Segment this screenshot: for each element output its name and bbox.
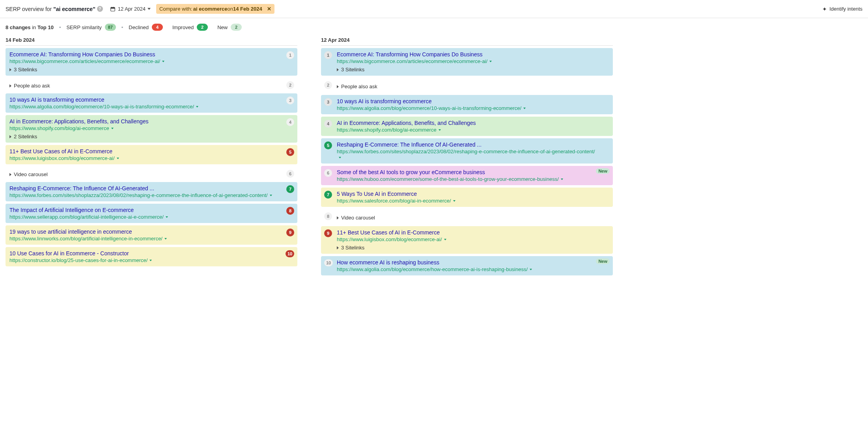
serp-row[interactable]: 4AI in Ecommerce: Applications, Benefits… [6,115,297,143]
serp-row[interactable]: 1010 Use Cases for AI in Ecommerce - Con… [6,247,297,266]
result-title[interactable]: Reshaping E-Commerce: The Influence Of A… [9,185,282,191]
result-url[interactable]: https://www.forbes.com/sites/shoplazza/2… [9,192,282,198]
rank-badge: 9 [286,229,294,236]
title-prefix: SERP overview for [6,6,53,12]
rank-badge: 5 [286,148,294,156]
serp-row[interactable]: 8Video carousel [321,209,613,224]
result-title[interactable]: 5 Ways To Use AI in Ecommerce [337,191,597,197]
serp-row[interactable]: 1Ecommerce AI: Transforming How Companie… [6,48,297,76]
serp-row[interactable]: 911+ Best Use Cases of AI in E-Commerceh… [321,226,613,254]
result-title[interactable]: 11+ Best Use Cases of AI in E-Commerce [9,148,282,154]
serp-row[interactable]: 310 ways AI is transforming ecommercehtt… [321,95,613,114]
result-url[interactable]: https://www.luigisbox.com/blog/ecommerce… [337,236,597,242]
result-title[interactable]: AI in Ecommerce: Applications, Benefits,… [337,120,597,126]
expander-toggle[interactable]: People also ask [9,83,282,89]
header-bar: SERP overview for "ai ecommerce" ? 12 Ap… [0,0,868,18]
result-url[interactable]: https://www.bigcommerce.com/articles/eco… [337,58,597,64]
result-title[interactable]: 10 ways AI is transforming ecommerce [9,97,282,103]
rank-badge: 5 [324,141,332,149]
serp-row[interactable]: 511+ Best Use Cases of AI in E-Commerceh… [6,145,297,164]
result-url[interactable]: https://www.sellerapp.com/blog/artificia… [9,214,282,220]
result-title[interactable]: Ecommerce AI: Transforming How Companies… [9,51,282,58]
left-date-header: 14 Feb 2024 [6,34,297,46]
serp-row[interactable]: 2People also ask [6,78,297,91]
result-url[interactable]: https://www.huboo.com/ecommerce/some-of-… [337,176,597,182]
rank-badge: 3 [286,97,294,104]
declined-label: Declined [129,24,149,30]
summary-bar: 8 changes in Top 10 • SERP similarity 87… [0,18,868,34]
result-url[interactable]: https://www.algolia.com/blog/ecommerce/h… [337,266,597,272]
serp-row[interactable]: 10NewHow ecommerce AI is reshaping busin… [321,256,613,275]
right-column: 12 Apr 2024 1Ecommerce AI: Transforming … [321,34,613,275]
rank-badge: 4 [286,118,294,126]
rank-badge: 4 [324,120,332,128]
serp-row[interactable]: 75 Ways To Use AI in Ecommercehttps://ww… [321,188,613,207]
result-title[interactable]: The Impact of Artificial Intelligence on… [9,207,282,213]
result-title[interactable]: Ecommerce AI: Transforming How Companies… [337,51,597,58]
expander-toggle[interactable]: 3 Sitelinks [337,245,597,251]
improved-label: Improved [172,24,194,30]
expander-toggle[interactable]: 3 Sitelinks [337,67,597,73]
rank-badge: 1 [324,51,332,59]
rank-badge: 9 [324,229,332,237]
serp-row[interactable]: 6Video carousel [6,167,297,180]
expander-toggle[interactable]: 3 Sitelinks [9,67,282,73]
title-query: "ai ecommerce" [53,6,95,12]
result-title[interactable]: Some of the best AI tools to grow your e… [337,169,597,175]
new-tag: New [596,168,610,174]
serp-row[interactable]: 310 ways AI is transforming ecommercehtt… [6,93,297,113]
serp-row[interactable]: 1Ecommerce AI: Transforming How Companie… [321,48,613,76]
serp-row[interactable]: 7Reshaping E-Commerce: The Influence Of … [6,182,297,201]
rank-badge: 6 [286,170,294,178]
result-title[interactable]: AI in Ecommerce: Applications, Benefits,… [9,118,282,125]
expander-toggle[interactable]: People also ask [337,84,597,89]
improved-badge: 2 [197,24,208,31]
left-column: 14 Feb 2024 1Ecommerce AI: Transforming … [6,34,297,275]
rank-badge: 8 [324,212,332,220]
rank-badge: 7 [286,185,294,193]
rank-badge: 2 [286,81,294,89]
new-tag: New [596,258,610,264]
date-picker[interactable]: 12 Apr 2024 [118,6,151,12]
result-url[interactable]: https://www.algolia.com/blog/ecommerce/1… [337,105,597,111]
declined-badge: 4 [152,24,163,31]
rank-badge: 7 [324,191,332,199]
result-title[interactable]: 19 ways to use artificial intelligence i… [9,229,282,235]
rank-badge: 10 [324,259,333,266]
similarity-label: SERP similarity [66,24,101,30]
result-url[interactable]: https://www.salesforce.com/blog/ai-in-ec… [337,198,597,204]
help-icon[interactable]: ? [97,6,103,12]
serp-row[interactable]: 919 ways to use artificial intelligence … [6,225,297,245]
expander-toggle[interactable]: 2 Sitelinks [9,134,282,139]
result-url[interactable]: https://www.luigisbox.com/blog/ecommerce… [9,155,282,161]
close-icon[interactable]: ✕ [267,6,271,12]
serp-row[interactable]: 8The Impact of Artificial Intelligence o… [6,204,297,223]
result-title[interactable]: Reshaping E-Commerce: The Influence Of A… [337,141,597,148]
serp-row[interactable]: 6NewSome of the best AI tools to grow yo… [321,166,613,185]
result-title[interactable]: 10 Use Cases for AI in Ecommerce - Const… [9,250,282,257]
expander-toggle[interactable]: Video carousel [9,171,282,177]
serp-row[interactable]: 2People also ask [321,78,613,93]
serp-row[interactable]: 5Reshaping E-Commerce: The Influence Of … [321,138,613,164]
expander-toggle[interactable]: Video carousel [337,215,597,221]
result-url[interactable]: https://www.forbes.com/sites/shoplazza/2… [337,149,597,160]
result-url[interactable]: https://constructor.io/blog/25-use-cases… [9,257,282,263]
result-url[interactable]: https://www.linnworks.com/blog/artificia… [9,236,282,242]
rank-badge: 1 [286,51,294,59]
result-title[interactable]: 11+ Best Use Cases of AI in E-Commerce [337,229,597,236]
result-url[interactable]: https://www.algolia.com/blog/ecommerce/1… [9,104,282,110]
result-url[interactable]: https://www.bigcommerce.com/articles/eco… [9,58,282,64]
result-url[interactable]: https://www.shopify.com/blog/ai-ecommerc… [337,127,597,133]
identify-intents-button[interactable]: ✦ Identify intents [822,6,862,12]
result-title[interactable]: 10 ways AI is transforming ecommerce [337,98,597,104]
rank-badge: 3 [324,98,332,106]
similarity-badge: 87 [105,24,116,31]
serp-row[interactable]: 4AI in Ecommerce: Applications, Benefits… [321,117,613,136]
calendar-icon[interactable] [110,6,116,12]
result-title[interactable]: How ecommerce AI is reshaping business [337,259,597,266]
svg-rect-1 [111,7,115,8]
sparkle-icon: ✦ [822,6,827,12]
rank-badge: 8 [286,207,294,215]
result-url[interactable]: https://www.shopify.com/blog/ai-ecommerc… [9,125,282,131]
page-title: SERP overview for "ai ecommerce" [6,6,95,12]
